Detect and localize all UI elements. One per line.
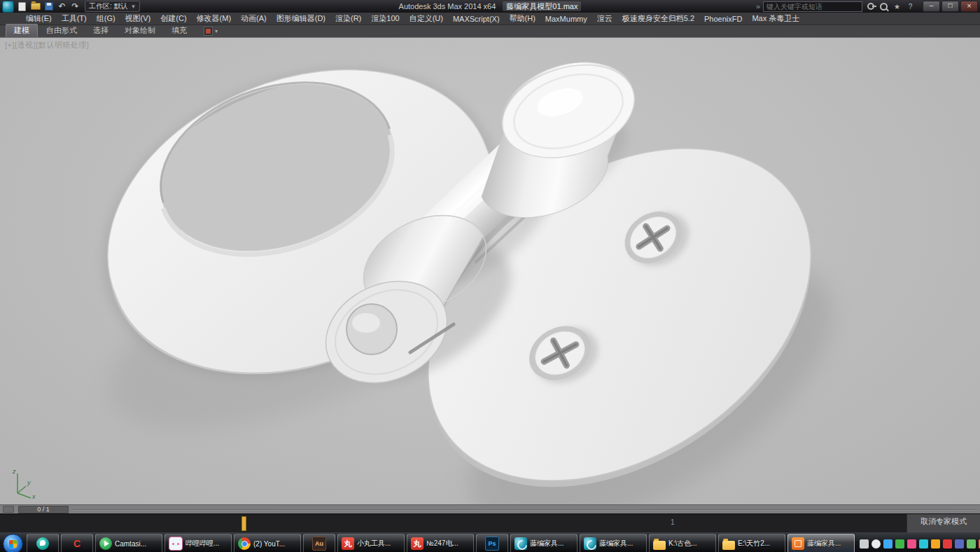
taskbar-button-label: (2) YouT... [253, 540, 285, 548]
tab-object-paint[interactable]: 对象绘制 [117, 25, 163, 37]
taskbar-button-xiaowan-toolbox[interactable]: 丸 小丸工具... [337, 534, 405, 552]
menu-item-max-antivirus[interactable]: Max 杀毒卫士 [747, 13, 804, 25]
axis-z-label: z [12, 468, 16, 475]
track-bar-area[interactable]: 1 [0, 514, 906, 532]
taskbar-button-teal-app[interactable] [27, 534, 59, 552]
window-controls [923, 1, 978, 12]
menu-item-render100[interactable]: 渲染100 [366, 13, 404, 25]
sign-in-button[interactable] [865, 1, 876, 11]
favorites-button[interactable] [892, 1, 902, 11]
redo-button[interactable] [69, 1, 81, 12]
tray-icon-7[interactable] [931, 539, 940, 548]
bilibili-icon [169, 537, 183, 551]
taskbar-button-bilibili[interactable]: 哔哩哔哩... [164, 534, 232, 552]
time-slider-handle[interactable] [241, 516, 246, 531]
time-slider-icon[interactable] [3, 506, 14, 513]
new-scene-button[interactable] [16, 1, 28, 12]
save-file-icon [45, 2, 53, 11]
undo-button[interactable] [56, 1, 68, 12]
taskbar-button-photoshop[interactable]: Ps [476, 534, 508, 552]
open-file-button[interactable] [29, 1, 41, 12]
menu-item-rendering[interactable]: 渲染(R) [330, 13, 366, 25]
taskbar-button-folder-k[interactable]: K:\古色... [649, 534, 716, 552]
windows-flag-icon [9, 540, 17, 548]
time-slider-track[interactable] [73, 509, 977, 510]
ribbon-options[interactable] [204, 27, 218, 37]
app-title: Autodesk 3ds Max 2014 x64 [399, 2, 496, 11]
time-slider-bar: 0 / 1 [0, 504, 980, 513]
close-button[interactable] [960, 1, 978, 12]
maximize-button[interactable] [941, 1, 959, 12]
search-input[interactable] [763, 1, 862, 12]
menu-item-tools[interactable]: 工具(T) [57, 13, 92, 25]
menu-item-help[interactable]: 帮助(H) [505, 13, 540, 25]
taskbar-button-3dsmax-2[interactable]: 藤编家具... [580, 534, 647, 552]
workspace-label: 工作区: 默认 [89, 1, 128, 11]
workspace-selector[interactable]: 工作区: 默认 [85, 1, 140, 12]
menu-item-views[interactable]: 视图(V) [120, 13, 156, 25]
tab-selection[interactable]: 选择 [85, 25, 116, 37]
menu-item-graph-editors[interactable]: 图形编辑器(D) [272, 13, 330, 25]
desktop-screen: 工作区: 默认 Autodesk 3ds Max 2014 x64 藤编家具模型… [0, 0, 980, 552]
menu-item-group[interactable]: 组(G) [92, 13, 120, 25]
menu-item-phoenixfd[interactable]: PhoenixFD [699, 13, 747, 25]
open-file-name: 藤编家具模型01.max [503, 1, 581, 11]
taskbar-button-active-viewer[interactable]: 藤编家具... [788, 534, 855, 552]
tray-printer-icon[interactable] [860, 539, 869, 548]
ribbon-tab-bar: 建模 自由形式 选择 对象绘制 填充 [0, 25, 980, 37]
xiaowan-icon: 丸 [411, 537, 424, 550]
taskbar-button-label: 藤编家具... [530, 539, 564, 548]
open-file-icon [31, 3, 41, 10]
tab-freeform[interactable]: 自由形式 [38, 25, 85, 37]
photoshop-icon: Ps [485, 537, 499, 551]
viewport-label[interactable]: [+][透视][默认明暗处理] [5, 40, 89, 50]
taskbar-button-camtasia[interactable]: Camtasi... [95, 534, 162, 552]
start-button[interactable] [3, 534, 23, 552]
3dsmax-app-logo-icon[interactable] [2, 1, 14, 13]
search-button[interactable] [878, 1, 889, 11]
taskbar-button-red-c-app[interactable]: C [61, 534, 93, 552]
tray-show-hidden-icons[interactable] [872, 539, 881, 548]
track-bar: 1 取消专家模式 [0, 513, 980, 532]
tray-icon-8[interactable] [943, 539, 952, 548]
taskbar-button-folder-e[interactable]: E:\天竹2... [718, 534, 785, 552]
menu-item-xuanyun-cloud[interactable]: 渲云 [592, 13, 617, 25]
menu-bar: 编辑(E) 工具(T) 组(G) 视图(V) 创建(C) 修改器(M) 动画(A… [0, 13, 980, 25]
menu-item-maxscript[interactable]: MAXScript(X) [448, 13, 505, 25]
menu-item-animation[interactable]: 动画(A) [236, 13, 272, 25]
tray-icon-4[interactable] [895, 539, 904, 548]
teal-app-icon [36, 537, 49, 550]
3dsmax-icon [584, 537, 596, 550]
taskbar-button-label: 藤编家具... [599, 539, 633, 548]
red-c-app-icon: C [71, 537, 83, 550]
help-button[interactable] [905, 1, 916, 11]
viewport-3d-model[interactable] [0, 38, 980, 504]
tray-icon-6[interactable] [919, 539, 928, 548]
tray-icon-9[interactable] [955, 539, 964, 548]
minimize-button[interactable] [923, 1, 940, 12]
taskbar-button-no247[interactable]: 丸 №247电... [407, 534, 474, 552]
perspective-viewport[interactable]: [+][透视][默认明暗处理] [0, 37, 980, 504]
menu-item-edit[interactable]: 编辑(E) [21, 13, 57, 25]
menu-item-maxmummy[interactable]: MaxMummy [540, 13, 592, 25]
tray-icon-5[interactable] [907, 539, 916, 548]
menu-item-slim-archive[interactable]: 极速瘦身安全归档5.2 [617, 13, 699, 25]
menu-item-modifiers[interactable]: 修改器(M) [192, 13, 237, 25]
current-frame-indicator[interactable]: 0 / 1 [18, 506, 69, 513]
chrome-icon [238, 537, 251, 550]
tab-populate[interactable]: 填充 [164, 25, 195, 37]
title-bar: 工作区: 默认 Autodesk 3ds Max 2014 x64 藤编家具模型… [0, 0, 980, 13]
audition-icon: Au [312, 537, 326, 551]
undo-icon [58, 2, 65, 11]
tray-icon-3[interactable] [883, 539, 892, 548]
new-scene-icon [18, 2, 26, 11]
taskbar-button-audition[interactable]: Au [303, 534, 335, 552]
cancel-expert-mode-button[interactable]: 取消专家模式 [916, 516, 971, 527]
menu-item-customize[interactable]: 自定义(U) [405, 13, 448, 25]
tray-icon-10[interactable] [967, 539, 976, 548]
taskbar-button-chrome-youtube[interactable]: (2) YouT... [234, 534, 301, 552]
save-file-button[interactable] [43, 1, 55, 12]
taskbar-button-3dsmax-1[interactable]: 藤编家具... [510, 534, 578, 552]
tab-modeling[interactable]: 建模 [6, 24, 38, 37]
menu-item-create[interactable]: 创建(C) [155, 13, 191, 25]
